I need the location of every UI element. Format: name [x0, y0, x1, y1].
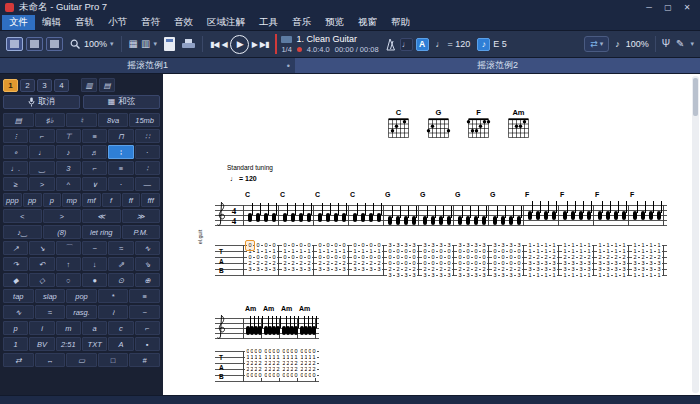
note-chord[interactable]	[474, 216, 478, 225]
metronome-icon[interactable]	[386, 38, 397, 51]
loop-button[interactable]: ⇄▾	[584, 36, 609, 52]
tab-fret-number[interactable]: 0	[311, 372, 317, 378]
notation-icon[interactable]: i	[29, 321, 54, 335]
note-chord[interactable]	[482, 216, 486, 225]
note-chord[interactable]	[256, 213, 260, 222]
notation-icon[interactable]: let ring	[82, 225, 121, 239]
tab-fret-number[interactable]: 3	[387, 272, 393, 278]
note-chord[interactable]	[276, 326, 280, 335]
zoom-level[interactable]: 100%	[84, 39, 107, 49]
zoom-caret-icon[interactable]: ▾	[110, 40, 114, 48]
notation-icon[interactable]: ♪	[56, 145, 81, 159]
notation-icon[interactable]: 2:51	[56, 337, 81, 351]
notation-icon[interactable]: #	[129, 353, 160, 367]
tab-fret-number[interactable]: 1	[605, 272, 611, 278]
tab-fret-number[interactable]: 3	[317, 266, 323, 272]
voice-button-4[interactable]: 4	[54, 79, 69, 92]
notation-icon[interactable]: ≥	[3, 177, 28, 191]
notation-icon[interactable]: ▤	[3, 113, 34, 127]
tab-fret-number[interactable]: 3	[282, 266, 288, 272]
tab-fret-number[interactable]: 1	[527, 272, 533, 278]
note-chord[interactable]	[307, 213, 311, 222]
minimize-button[interactable]: ─	[641, 3, 657, 12]
note-chord[interactable]	[318, 213, 322, 222]
previous-bar-button[interactable]: ◀	[222, 40, 227, 49]
note-chord[interactable]	[501, 216, 505, 225]
tab-fret-number[interactable]: 3	[290, 266, 296, 272]
go-to-start-button[interactable]: ▮◀	[210, 40, 219, 49]
notation-icon[interactable]: ⇗	[108, 257, 133, 271]
notation-icon[interactable]: ≡	[108, 161, 133, 175]
notation-icon[interactable]: ◇	[29, 273, 54, 287]
tab-fret-number[interactable]: 3	[333, 266, 339, 272]
vertical-scrollbar[interactable]	[692, 76, 699, 393]
notation-icon[interactable]: 8va	[98, 113, 129, 127]
note-chord[interactable]	[423, 216, 427, 225]
notation-icon[interactable]: pop	[66, 289, 97, 303]
notation-icon[interactable]: <	[3, 209, 42, 223]
tab-fret-number[interactable]: 3	[368, 266, 374, 272]
note-chord[interactable]	[466, 216, 470, 225]
chord-button[interactable]: ▦ 和弦	[83, 95, 160, 109]
tab-fret-number[interactable]: 3	[352, 266, 358, 272]
selected-note-highlight[interactable]	[245, 240, 255, 251]
notation-icon[interactable]: ↑	[56, 257, 81, 271]
tab-fret-number[interactable]: 1	[632, 272, 638, 278]
menu-item-帮助[interactable]: 帮助	[384, 15, 417, 30]
tab-fret-number[interactable]: 1	[578, 272, 584, 278]
notation-icon[interactable]: ●	[82, 273, 107, 287]
note-chord[interactable]	[248, 213, 252, 222]
note-chord[interactable]	[447, 216, 451, 225]
more-caret-icon[interactable]: ▾	[690, 40, 694, 48]
note-chord[interactable]	[633, 211, 637, 220]
notation-icon[interactable]: ·	[135, 145, 160, 159]
notation-icon[interactable]: ♬	[82, 145, 107, 159]
layout-caret-icon[interactable]: ▾	[153, 40, 157, 48]
tab-fret-number[interactable]: 1	[621, 272, 627, 278]
midi-mode-toggle[interactable]: ♩	[400, 38, 413, 51]
tab-fret-number[interactable]: 3	[411, 272, 417, 278]
notation-icon[interactable]: ∿	[135, 241, 160, 255]
notation-icon[interactable]: ▪	[135, 337, 160, 351]
notation-icon[interactable]: ∿	[3, 305, 34, 319]
notation-icon[interactable]: ⊙	[108, 273, 133, 287]
note-chord[interactable]	[579, 211, 583, 220]
note-chord[interactable]	[614, 211, 618, 220]
notation-icon[interactable]: ⇄	[3, 353, 34, 367]
tab-fret-number[interactable]: 3	[360, 266, 366, 272]
notation-icon[interactable]: mf	[82, 193, 101, 207]
stylesheet-button[interactable]	[164, 37, 175, 51]
tab-fret-number[interactable]: 3	[325, 266, 331, 272]
note-chord[interactable]	[258, 326, 262, 335]
notation-icon[interactable]: ○	[56, 273, 81, 287]
tab-fret-number[interactable]: 1	[586, 272, 592, 278]
notation-icon[interactable]: slap	[35, 289, 66, 303]
note-chord[interactable]	[528, 211, 532, 220]
notation-icon[interactable]: ↓	[82, 257, 107, 271]
notation-icon[interactable]: c	[108, 321, 133, 335]
tab-fret-number[interactable]: 1	[613, 272, 619, 278]
note-chord[interactable]	[571, 211, 575, 220]
notation-icon[interactable]: pp	[23, 193, 42, 207]
notation-icon[interactable]: ⊓	[108, 129, 133, 143]
tab-fret-number[interactable]: 1	[570, 272, 576, 278]
notation-icon[interactable]: ↔	[35, 353, 66, 367]
notation-icon[interactable]: ∨	[82, 177, 107, 191]
note-chord[interactable]	[563, 211, 567, 220]
note-chord[interactable]	[509, 216, 513, 225]
notation-icon[interactable]: f	[102, 193, 121, 207]
notation-icon[interactable]: fff	[141, 193, 160, 207]
notation-icon[interactable]: ∷	[135, 129, 160, 143]
notation-icon[interactable]: 15mb	[129, 113, 160, 127]
note-chord[interactable]	[649, 211, 653, 220]
tab-fret-number[interactable]: 3	[508, 272, 514, 278]
tab-fret-number[interactable]: 3	[376, 266, 382, 272]
tempo-value[interactable]: = 120	[448, 39, 471, 49]
notation-icon[interactable]: ⌐	[82, 161, 107, 175]
view-mode-parchment-button[interactable]	[26, 37, 43, 51]
menu-item-文件[interactable]: 文件	[2, 15, 35, 30]
note-chord[interactable]	[493, 216, 497, 225]
notation-icon[interactable]: rasg.	[66, 305, 97, 319]
notation-icon[interactable]: ~	[129, 305, 160, 319]
menu-item-音符[interactable]: 音符	[134, 15, 167, 30]
